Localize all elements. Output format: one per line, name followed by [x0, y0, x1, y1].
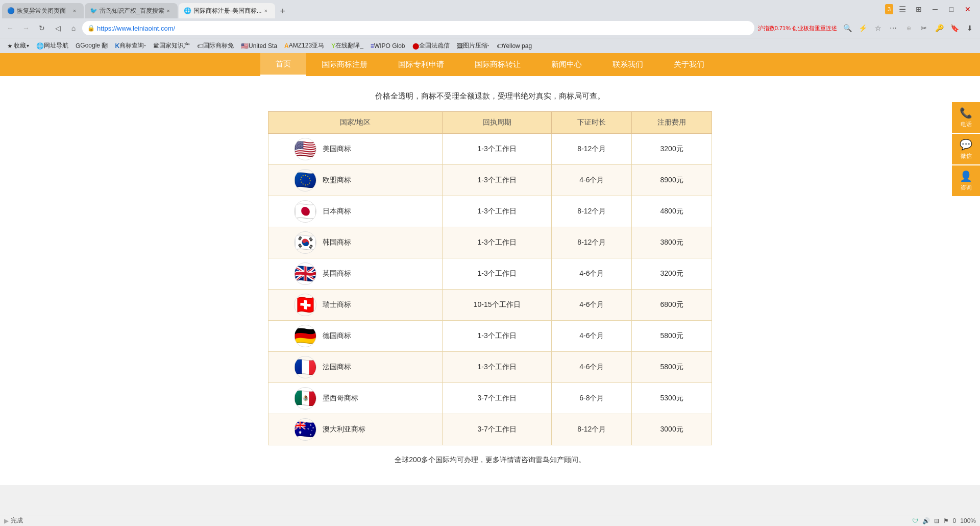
bookmark-translate-label: 在线翻译_: [335, 41, 363, 50]
nav-patent-apply[interactable]: 国际专利申请: [383, 53, 459, 76]
nav-trademark-reg[interactable]: 国际商标注册: [306, 53, 383, 76]
country-name: 墨西哥商标: [323, 394, 358, 403]
nav-home[interactable]: 首页: [260, 53, 306, 76]
table-row[interactable]: 🇬🇧 英国商标 1-3个工作日 4-6个月 3200元: [268, 258, 712, 290]
table-row[interactable]: 🇩🇪 德国商标 1-3个工作日 4-6个月 5800元: [268, 321, 712, 352]
nav-trademark-transfer[interactable]: 国际商标转让: [459, 53, 536, 76]
us-flag-icon: 🇺🇸: [241, 42, 249, 50]
download-icon[interactable]: ⬇: [963, 21, 977, 35]
globe-icon: 🌐: [36, 42, 44, 50]
nav-contact[interactable]: 联系我们: [597, 53, 658, 76]
minimize-button[interactable]: ─: [928, 2, 942, 16]
table-row[interactable]: 🇲🇽 墨西哥商标 3-7个工作日 6-8个月 5300元: [268, 383, 712, 414]
wechat-button[interactable]: 💬 微信: [952, 134, 980, 164]
back-button[interactable]: ←: [3, 21, 17, 35]
home-button[interactable]: ⌂: [66, 21, 81, 35]
bookmark-intl-trademark-label: 国际商标免: [203, 41, 234, 50]
cycle-cell: 3-7个工作日: [442, 414, 552, 445]
table-row[interactable]: 🇺🇸 美国商标 1-3个工作日 8-12个月 3200元: [268, 134, 712, 165]
col-header-cost: 注册费用: [632, 112, 712, 134]
refresh-button[interactable]: ↻: [35, 21, 49, 35]
cost-cell: 5300元: [632, 383, 712, 414]
bookmark-image-compress[interactable]: 🖼 图片压缩-: [454, 40, 493, 51]
tab-1[interactable]: 🔵 恢复异常关闭页面 ×: [2, 3, 84, 18]
more-icon[interactable]: ⋯: [886, 21, 900, 35]
bookmark-icon[interactable]: 🔖: [947, 21, 962, 35]
cycle-cell: 3-7个工作日: [442, 383, 552, 414]
bookmark-nav[interactable]: 🌐 网址导航: [33, 40, 71, 51]
maximize-button[interactable]: □: [944, 2, 959, 16]
forward-button[interactable]: →: [19, 21, 33, 35]
national-ip-icon: 🏛: [153, 42, 159, 50]
country-cell: 🇬🇧 英国商标: [279, 262, 432, 285]
cost-cell: 3000元: [632, 414, 712, 445]
table-row[interactable]: 🇰🇷 韩国商标 1-3个工作日 8-12个月 3800元: [268, 227, 712, 258]
bookmark-favorites[interactable]: ★ 收藏 ▾: [4, 40, 32, 51]
bookmark-national-ip[interactable]: 🏛 国家知识产: [150, 40, 193, 51]
menu-icon[interactable]: ☰: [895, 2, 910, 16]
flag-circle: 🇨🇭: [294, 294, 316, 316]
country-name: 瑞士商标: [323, 300, 351, 309]
tab-1-close[interactable]: ×: [70, 7, 79, 15]
country-name: 韩国商标: [323, 238, 351, 247]
col-header-duration: 下证时长: [552, 112, 632, 134]
cycle-cell: 1-3个工作日: [442, 352, 552, 383]
tab-2-favicon: 🐦: [90, 7, 97, 14]
bookmark-united-states[interactable]: 🇺🇸 United Sta: [238, 41, 280, 51]
bookmark-court[interactable]: ⬤ 全国法疏信: [409, 40, 453, 51]
sidebar-toggle[interactable]: ⊞: [912, 2, 926, 16]
tab-1-title: 恢复异常关闭页面: [17, 7, 70, 15]
flag-circle: 🇲🇽: [294, 387, 316, 410]
nav-news[interactable]: 新闻中心: [536, 53, 597, 76]
cycle-cell: 1-3个工作日: [442, 258, 552, 290]
table-row[interactable]: 🇫🇷 法国商标 1-3个工作日 4-6个月 5800元: [268, 352, 712, 383]
phone-label: 电话: [961, 121, 972, 128]
cost-cell: 6800元: [632, 290, 712, 321]
search-icon[interactable]: 🔍: [840, 21, 854, 35]
table-row[interactable]: 🇨🇭 瑞士商标 10-15个工作日 4-6个月 6800元: [268, 290, 712, 321]
bookmark-trademark-query[interactable]: K 商标查询-: [112, 40, 149, 51]
bookmark-google-translate[interactable]: G Google 翻: [72, 40, 111, 51]
page-tagline: 价格全透明，商标不受理全额退款，受理书绝对真实，商标局可查。: [0, 86, 980, 111]
flag-circle: 🇪🇺: [294, 169, 316, 192]
360-icon[interactable]: ⊕: [901, 21, 916, 35]
country-cell: 🇯🇵 日本商标: [279, 200, 432, 223]
history-button[interactable]: ◁: [51, 21, 65, 35]
new-tab-button[interactable]: +: [275, 4, 290, 18]
cycle-cell: 1-3个工作日: [442, 134, 552, 165]
bookmark-us-label: United Sta: [249, 42, 277, 50]
col-header-country: 国家/地区: [268, 112, 443, 134]
table-row[interactable]: 🇪🇺 欧盟商标 1-3个工作日 4-6个月 8900元: [268, 165, 712, 196]
bookmark-amz123[interactable]: A AMZ123亚马: [281, 40, 327, 51]
bookmark-yellow-pages[interactable]: 🏷 Yellow pag: [494, 41, 535, 51]
country-cell: 🇲🇽 墨西哥商标: [279, 387, 432, 410]
close-button[interactable]: ✕: [961, 2, 975, 16]
bookmark-wipo[interactable]: ≡ WIPO Glob: [368, 41, 408, 51]
tab-2[interactable]: 🐦 雷鸟知识产权_百度搜索 ×: [85, 3, 178, 18]
key-icon[interactable]: 🔑: [932, 21, 946, 35]
nav-about[interactable]: 关于我们: [658, 53, 720, 76]
star-icon[interactable]: ☆: [871, 21, 885, 35]
right-sidebar: 📞 电话 💬 微信 👤 咨询: [952, 102, 980, 196]
bookmark-intl-trademark[interactable]: 🏷 国际商标免: [194, 40, 237, 51]
browser-chrome: 🔵 恢复异常关闭页面 × 🐦 雷鸟知识产权_百度搜索 × 🌐 国际商标注册-美国…: [0, 0, 980, 53]
lightning-icon[interactable]: ⚡: [855, 21, 870, 35]
wechat-icon: 💬: [960, 138, 972, 151]
table-row[interactable]: 🇯🇵 日本商标 1-3个工作日 8-12个月 4800元: [268, 196, 712, 227]
bookmark-trademark-query-label: 商标查询-: [119, 41, 146, 50]
tab-2-title: 雷鸟知识产权_百度搜索: [100, 7, 164, 15]
tab-3-close[interactable]: ×: [262, 7, 270, 15]
url-box[interactable]: 🔒 https://www.leiniaoint.com/: [82, 21, 754, 35]
table-row[interactable]: 🇦🇺 澳大利亚商标 3-7个工作日 8-12个月 3000元: [268, 414, 712, 445]
col-header-cycle: 回执周期: [442, 112, 552, 134]
scissors-icon[interactable]: ✂: [917, 21, 931, 35]
cycle-cell: 1-3个工作日: [442, 165, 552, 196]
cost-cell: 8900元: [632, 165, 712, 196]
bookmark-translate[interactable]: Y 在线翻译_: [328, 40, 366, 51]
consult-button[interactable]: 👤 咨询: [952, 165, 980, 196]
phone-button[interactable]: 📞 电话: [952, 102, 980, 133]
bookmark-google-label: Google 翻: [80, 41, 108, 50]
tab-2-close[interactable]: ×: [164, 7, 173, 15]
google-icon: G: [76, 42, 80, 50]
tab-3[interactable]: 🌐 国际商标注册-美国商标... ×: [179, 3, 275, 18]
